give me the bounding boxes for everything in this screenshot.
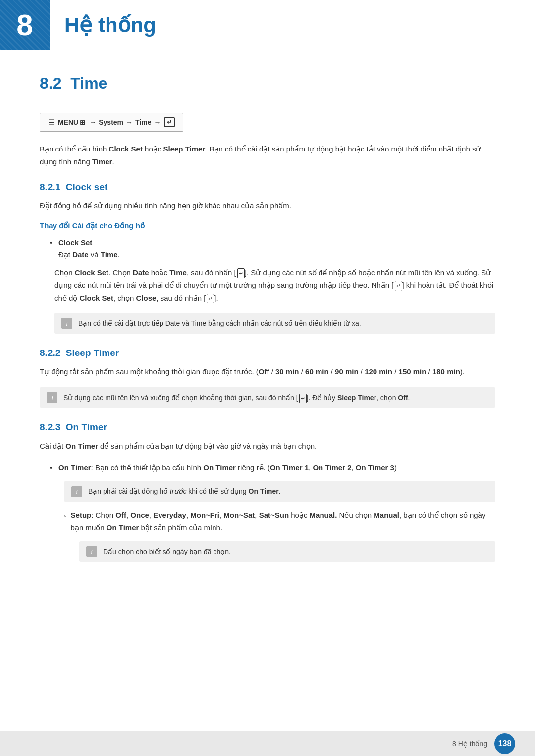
- chapter-title-area: Hệ thống: [50, 0, 535, 50]
- system-label: System: [99, 118, 123, 126]
- note-icon-1: i: [61, 318, 72, 329]
- subsection-8-2-2-title: 8.2.2 Sleep Timer: [40, 348, 495, 358]
- footer-label: 8 Hệ thống: [452, 740, 487, 748]
- page-number: 138: [494, 733, 515, 754]
- sleep-timer-intro: Tự động tắt sản phẩm sau một khoảng thời…: [40, 365, 495, 378]
- on-timer-bullet-list: On Timer: Bạn có thể thiết lập ba cấu hì…: [40, 461, 495, 474]
- on-timer-intro: Cài đặt On Timer để sản phẩm của bạn tự …: [40, 440, 495, 453]
- note-icon-4: i: [86, 546, 97, 557]
- chapter-title: Hệ thống: [64, 13, 156, 37]
- main-content: 8.2 Time ☰ MENU ⊞ → System → Time → ↵ Bạ…: [0, 50, 535, 608]
- clock-set-bullet-item: Clock Set Đặt Date và Time.: [50, 236, 495, 261]
- svg-text:i: i: [51, 394, 53, 402]
- sub-heading-clock: Thay đổi Cài đặt cho Đồng hồ: [40, 221, 495, 230]
- on-timer-bullet-item: On Timer: Bạn có thể thiết lập ba cấu hì…: [50, 461, 495, 474]
- note-icon-2: i: [47, 392, 57, 403]
- svg-text:i: i: [66, 320, 68, 327]
- note-text-4: Dấu chọn cho biết số ngày bạn đã chọn.: [103, 548, 231, 555]
- note-text-1: Bạn có thể cài đặt trực tiếp Date và Tim…: [78, 319, 361, 327]
- clock-set-intro: Đặt đồng hồ để sử dụng nhiều tính năng h…: [40, 200, 495, 212]
- subsection-8-2-1-title: 8.2.1 Clock set: [40, 182, 495, 193]
- svg-text:i: i: [91, 548, 93, 555]
- menu-label: MENU: [58, 118, 78, 126]
- enter-label: ↵: [163, 117, 175, 127]
- subsection-8-2-3-title: 8.2.3 On Timer: [40, 422, 495, 433]
- note-box-2: i Sử dụng các mũi tên lên và xuống để ch…: [40, 387, 495, 408]
- note-text-3: Bạn phải cài đặt đồng hồ trước khi có th…: [88, 487, 281, 495]
- chapter-number: 8: [0, 0, 50, 50]
- svg-text:i: i: [76, 488, 78, 496]
- menu-path-box: ☰ MENU ⊞ → System → Time → ↵: [40, 113, 183, 132]
- note-box-4: i Dấu chọn cho biết số ngày bạn đã chọn.: [79, 541, 495, 562]
- menu-icon: ☰: [48, 118, 55, 127]
- note-box-1: i Bạn có thể cài đặt trực tiếp Date và T…: [54, 313, 495, 334]
- footer: 8 Hệ thống 138: [0, 731, 535, 756]
- note-icon-3: i: [71, 486, 82, 497]
- clock-set-bullet-list: Clock Set Đặt Date và Time.: [40, 236, 495, 261]
- section-intro-para: Bạn có thể cấu hình Clock Set hoặc Sleep…: [40, 143, 495, 168]
- note-box-3: i Bạn phải cài đặt đồng hồ trước khi có …: [64, 481, 495, 502]
- clock-set-para1: Chọn Clock Set. Chọn Date hoặc Time, sau…: [54, 266, 495, 304]
- setup-sq-bullet: Setup: Chọn Off, Once, Everyday, Mon~Fri…: [64, 509, 495, 534]
- chapter-header: 8 Hệ thống: [0, 0, 535, 50]
- section-title: 8.2 Time: [40, 74, 495, 98]
- note-text-2: Sử dụng các mũi tên lên và xuống để chọn…: [63, 394, 410, 402]
- time-label: Time: [135, 118, 151, 126]
